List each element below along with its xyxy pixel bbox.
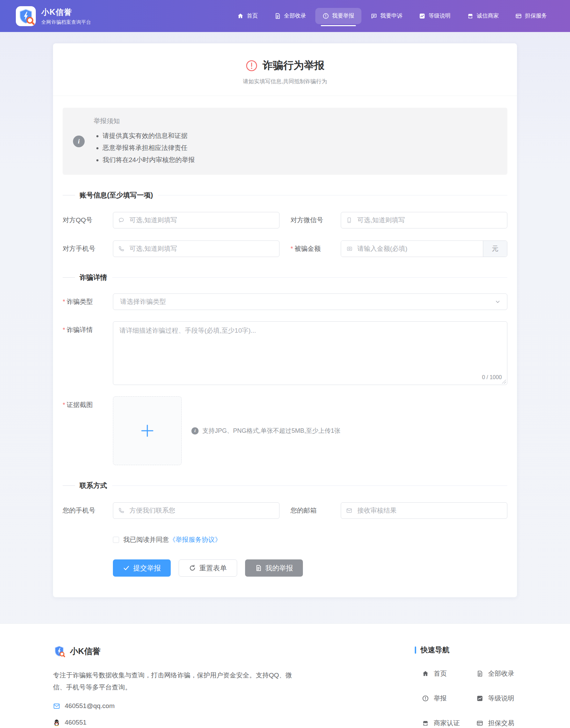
fraud-type-select[interactable]: 请选择诈骗类型 bbox=[113, 293, 507, 310]
nav-home[interactable]: 首页 bbox=[230, 8, 265, 24]
nav-label: 等级说明 bbox=[429, 12, 451, 20]
nav-levels[interactable]: 等级说明 bbox=[412, 8, 458, 24]
chart-icon bbox=[419, 13, 425, 19]
page-subtitle: 请如实填写信息,共同抵制诈骗行为 bbox=[67, 78, 503, 85]
brand[interactable]: 小K信誉 全网诈骗档案查询平台 bbox=[16, 6, 91, 26]
field-email: 您的邮箱 bbox=[291, 502, 507, 519]
char-counter: 0 / 1000 bbox=[482, 374, 502, 381]
nav-label: 我要举报 bbox=[332, 12, 354, 20]
qq-label: 对方QQ号 bbox=[63, 216, 113, 224]
phone-label: 对方手机号 bbox=[63, 245, 113, 253]
nav-escrow[interactable]: 担保服务 bbox=[508, 8, 554, 24]
wechat-label: 对方微信号 bbox=[291, 216, 341, 224]
form-body: i 举报须知 请提供真实有效的信息和证据 恶意举报将承担相应法律责任 我们将在2… bbox=[53, 96, 517, 597]
nav-label: 我要申诉 bbox=[380, 12, 402, 20]
required-mark: * bbox=[63, 298, 65, 305]
email-label: 您的邮箱 bbox=[291, 506, 341, 515]
footer-email-row: 460551@qq.com bbox=[53, 702, 415, 710]
upload-dropzone[interactable] bbox=[113, 396, 182, 465]
notice-title: 举报须知 bbox=[94, 117, 195, 126]
submit-report-button[interactable]: 提交举报 bbox=[113, 559, 171, 577]
nav-all-records[interactable]: 全部收录 bbox=[267, 8, 313, 24]
refresh-icon bbox=[189, 565, 196, 571]
accent-bar bbox=[415, 646, 416, 654]
agreement-link[interactable]: 《举报服务协议》 bbox=[169, 535, 221, 544]
main-nav: 首页 全部收录 我要举报 我要申诉 等级说明 bbox=[230, 8, 554, 24]
section-account-title: 账号信息(至少填写一项) bbox=[80, 191, 158, 200]
store-icon bbox=[422, 720, 429, 727]
brand-subtitle: 全网诈骗档案查询平台 bbox=[41, 19, 91, 25]
footer-description: 专注于诈骗账号数据收集与查询，打击网络诈骗，保护用户资金安全。支持QQ、微信、手… bbox=[53, 669, 292, 693]
report-form-card: 诈骗行为举报 请如实填写信息,共同抵制诈骗行为 i 举报须知 请提供真实有效的信… bbox=[53, 43, 517, 597]
app-header: 小K信誉 全网诈骗档案查询平台 首页 全部收录 我要举报 我要申 bbox=[0, 0, 570, 32]
footer-link-all-records[interactable]: 全部收录 bbox=[476, 669, 517, 678]
amount-label: *被骗金额 bbox=[291, 245, 341, 253]
qq-input[interactable] bbox=[113, 212, 279, 228]
home-icon bbox=[422, 670, 429, 677]
quick-nav-title: 快速导航 bbox=[415, 645, 517, 655]
nav-merchants[interactable]: 诚信商家 bbox=[460, 8, 506, 24]
field-wechat: 对方微信号 bbox=[291, 212, 507, 228]
my-reports-button[interactable]: 我的举报 bbox=[245, 559, 303, 577]
fraud-type-placeholder: 请选择诈骗类型 bbox=[120, 297, 166, 306]
wechat-input[interactable] bbox=[341, 212, 507, 228]
nav-label: 担保服务 bbox=[525, 12, 547, 20]
section-contact-title: 联系方式 bbox=[80, 481, 112, 490]
page-title-text: 诈骗行为举报 bbox=[263, 58, 325, 73]
evidence-label: *证据截图 bbox=[63, 396, 113, 409]
fraud-detail-label: *诈骗详情 bbox=[63, 321, 113, 334]
brand-title: 小K信誉 bbox=[41, 7, 91, 18]
nav-report[interactable]: 我要举报 bbox=[315, 8, 361, 24]
required-mark: * bbox=[63, 401, 65, 408]
section-account: 账号信息(至少填写一项) bbox=[63, 191, 507, 200]
reset-form-button[interactable]: 重置表单 bbox=[179, 559, 237, 577]
phone-input[interactable] bbox=[113, 240, 279, 257]
field-evidence: *证据截图 i 支持JPG、PNG格式,单张不超过5MB,至少上传1张 bbox=[63, 396, 507, 465]
amount-unit: 元 bbox=[483, 241, 507, 257]
footer-qq-row: 460551 bbox=[53, 719, 415, 726]
brand-logo-icon bbox=[16, 6, 36, 26]
info-icon: i bbox=[73, 136, 85, 147]
warning-circle-icon bbox=[422, 695, 429, 702]
contact-phone-label: 您的手机号 bbox=[63, 506, 113, 515]
page-footer: 小K信誉 专注于诈骗账号数据收集与查询，打击网络诈骗，保护用户资金安全。支持QQ… bbox=[0, 623, 570, 728]
info-icon: i bbox=[191, 427, 199, 435]
card-icon bbox=[515, 13, 522, 19]
footer-link-levels[interactable]: 等级说明 bbox=[476, 694, 517, 703]
notice-item: 我们将在24小时内审核您的举报 bbox=[103, 154, 195, 166]
amount-input[interactable] bbox=[341, 241, 483, 257]
page-title: 诈骗行为举报 bbox=[67, 58, 503, 73]
check-icon bbox=[123, 565, 130, 571]
footer-link-merchant-cert[interactable]: 商家认证 bbox=[422, 719, 476, 728]
footer-link-escrow[interactable]: 担保交易 bbox=[476, 719, 517, 728]
required-mark: * bbox=[63, 326, 65, 333]
email-input[interactable] bbox=[341, 502, 507, 519]
footer-link-report[interactable]: 举报 bbox=[422, 694, 476, 703]
field-phone: 对方手机号 bbox=[63, 240, 279, 257]
quick-nav-links: 首页 全部收录 举报 bbox=[415, 669, 517, 728]
nav-label: 全部收录 bbox=[284, 12, 306, 20]
footer-email[interactable]: 460551@qq.com bbox=[65, 702, 115, 710]
notice-item: 恶意举报将承担相应法律责任 bbox=[103, 142, 195, 154]
form-header: 诈骗行为举报 请如实填写信息,共同抵制诈骗行为 bbox=[53, 43, 517, 96]
nav-label: 诚信商家 bbox=[477, 12, 499, 20]
chevron-down-icon bbox=[495, 299, 501, 305]
upload-hint-text: 支持JPG、PNG格式,单张不超过5MB,至少上传1张 bbox=[202, 427, 340, 435]
warning-circle-icon bbox=[323, 13, 329, 19]
card-icon bbox=[476, 720, 483, 727]
form-actions: 提交举报 重置表单 我的举报 bbox=[113, 559, 507, 577]
agreement-checkbox[interactable] bbox=[113, 537, 119, 543]
fraud-detail-textarea[interactable] bbox=[113, 321, 507, 385]
upload-hint: i 支持JPG、PNG格式,单张不超过5MB,至少上传1张 bbox=[191, 427, 340, 435]
nav-appeal[interactable]: 我要申诉 bbox=[363, 8, 410, 24]
section-contact: 联系方式 bbox=[63, 481, 507, 490]
required-mark: * bbox=[291, 245, 293, 252]
agreement-text: 我已阅读并同意 bbox=[123, 535, 169, 544]
contact-phone-input[interactable] bbox=[113, 502, 279, 519]
page-main: 诈骗行为举报 请如实填写信息,共同抵制诈骗行为 i 举报须知 请提供真实有效的信… bbox=[0, 32, 570, 623]
footer-brand: 小K信誉 bbox=[53, 645, 415, 657]
document-icon bbox=[476, 670, 483, 677]
field-contact-phone: 您的手机号 bbox=[63, 502, 279, 519]
footer-link-home[interactable]: 首页 bbox=[422, 669, 476, 678]
warning-circle-icon bbox=[245, 60, 258, 72]
